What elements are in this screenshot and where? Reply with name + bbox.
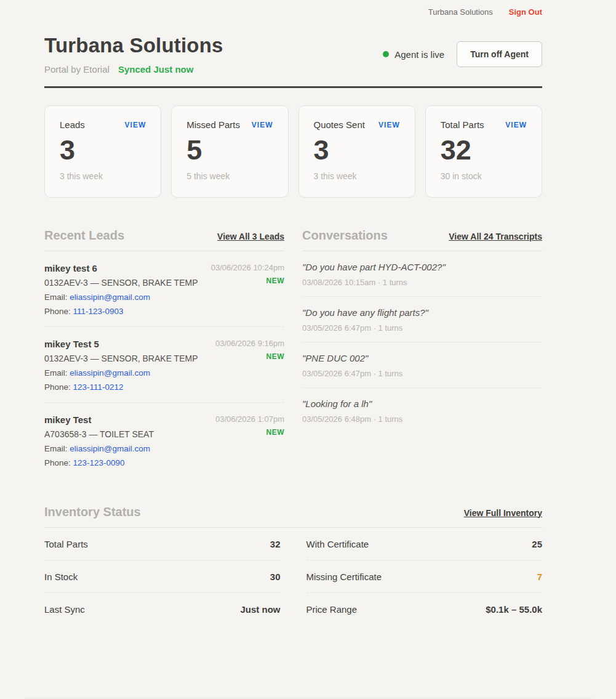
stat-cards: Leads VIEW 3 3 this week Missed Parts VI…: [44, 105, 542, 198]
inventory-section: Inventory Status View Full Inventory Tot…: [44, 505, 542, 625]
agent-status-label: Agent is live: [394, 49, 444, 60]
inventory-value-warning: 7: [537, 572, 542, 582]
top-bar: Turbana Solutions Sign Out: [44, 0, 542, 17]
inventory-value: Just now: [240, 604, 280, 615]
inventory-left-column: Total Parts 32 In Stock 30 Last Sync Jus…: [44, 528, 281, 625]
phone-label: Phone:: [44, 458, 73, 467]
inventory-value: $0.1k – 55.0k: [486, 604, 542, 615]
view-total-parts-link[interactable]: VIEW: [505, 121, 527, 129]
turn-off-agent-button[interactable]: Turn off Agent: [457, 41, 542, 67]
lead-item: mikey Test 5 0132AEV-3 — SENSOR, BRAKE T…: [44, 327, 284, 403]
stat-card-label: Leads: [60, 119, 85, 130]
lead-email-link[interactable]: eliassipin@gmail.com: [70, 293, 150, 302]
conversation-quote: "Do you have any flight parts?": [302, 307, 542, 318]
view-leads-link[interactable]: VIEW: [125, 121, 146, 129]
inventory-label: In Stock: [44, 572, 78, 582]
recent-leads-title: Recent Leads: [44, 228, 124, 243]
stat-card-value: 3: [60, 135, 146, 166]
conversation-item: "PNE DUC 002" 03/05/2026 6:47pm · 1 turn…: [302, 342, 542, 388]
new-badge: NEW: [215, 352, 284, 361]
conversation-quote: "PNE DUC 002": [302, 353, 542, 363]
stat-card-sub: 3 this week: [60, 171, 146, 181]
stat-card-label: Missed Parts: [186, 119, 240, 130]
lead-phone-row: Phone: 111-123-0903: [44, 307, 198, 316]
lead-email-row: Email: eliassipin@gmail.com: [44, 293, 198, 302]
inventory-row: In Stock 30: [44, 560, 281, 593]
conversation-meta: 03/05/2026 6:47pm · 1 turns: [302, 323, 542, 333]
stat-card-label: Total Parts: [441, 119, 484, 130]
lead-info: mikey Test 5 0132AEV-3 — SENSOR, BRAKE T…: [44, 339, 198, 392]
lead-email-row: Email: eliassipin@gmail.com: [44, 368, 198, 378]
view-missed-parts-link[interactable]: VIEW: [252, 121, 273, 129]
lead-phone-link[interactable]: 111-123-0903: [73, 307, 124, 316]
inventory-row: With Certificate 25: [306, 528, 543, 560]
stat-card-leads: Leads VIEW 3 3 this week: [44, 105, 161, 198]
stat-card-value: 32: [441, 135, 527, 166]
inventory-title: Inventory Status: [44, 505, 141, 519]
conversation-meta: 03/08/2026 10:15am · 1 turns: [302, 278, 542, 287]
view-quotes-link[interactable]: VIEW: [378, 121, 400, 129]
view-all-transcripts-link[interactable]: View All 24 Transcripts: [449, 232, 542, 241]
email-label: Email:: [44, 444, 70, 453]
lead-info: mikey Test A703658-3 — TOILET SEAT Email…: [44, 414, 154, 467]
lead-name: mikey Test: [44, 414, 154, 425]
view-all-leads-link[interactable]: View All 3 Leads: [217, 232, 284, 241]
sign-out-link[interactable]: Sign Out: [509, 7, 542, 17]
stat-card-sub: 5 this week: [186, 171, 273, 181]
recent-leads-section: Recent Leads View All 3 Leads mikey test…: [44, 228, 284, 478]
inventory-value: 25: [532, 539, 542, 549]
page-header: Turbana Solutions Portal by Etorial Sync…: [44, 34, 542, 75]
page-title: Turbana Solutions: [44, 34, 223, 57]
conversation-item: "Do you have any flight parts?" 03/05/20…: [302, 297, 542, 342]
lead-phone-row: Phone: 123-111-0212: [44, 382, 198, 392]
lead-name: mikey Test 5: [44, 339, 198, 349]
header-right: Agent is live Turn off Agent: [383, 41, 542, 67]
lead-part: 0132AEV-3 — SENSOR, BRAKE TEMP: [44, 278, 198, 288]
lead-meta: 03/06/2026 1:07pm NEW: [215, 414, 284, 467]
conversation-quote: "Looking for a lh": [302, 398, 542, 409]
inventory-value: 32: [270, 539, 281, 549]
conversation-quote: "Do you have part HYD-ACT-002?": [302, 262, 542, 272]
status-dot-icon: [383, 51, 389, 57]
lead-email-link[interactable]: eliassipin@gmail.com: [70, 444, 150, 453]
lead-phone-link[interactable]: 123-111-0212: [73, 382, 124, 392]
inventory-row: Price Range $0.1k – 55.0k: [306, 593, 543, 625]
conversations-section: Conversations View All 24 Transcripts "D…: [302, 228, 542, 433]
sync-status: Synced Just now: [118, 64, 194, 75]
lead-meta: 03/06/2026 9:16pm NEW: [215, 339, 284, 392]
lead-name: mikey test 6: [44, 263, 198, 273]
stat-card-total-parts: Total Parts VIEW 32 30 in stock: [425, 105, 542, 198]
lead-meta: 03/06/2026 10:24pm NEW: [211, 263, 284, 316]
inventory-row: Last Sync Just now: [44, 593, 281, 625]
topbar-company-name: Turbana Solutions: [428, 7, 493, 17]
conversation-meta: 03/05/2026 6:47pm · 1 turns: [302, 369, 542, 378]
stat-card-sub: 30 in stock: [441, 171, 527, 181]
header-left: Turbana Solutions Portal by Etorial Sync…: [44, 34, 223, 75]
conversation-item: "Looking for a lh" 03/05/2026 6:48pm · 1…: [302, 388, 542, 433]
lead-item: mikey Test A703658-3 — TOILET SEAT Email…: [44, 403, 284, 478]
lead-phone-link[interactable]: 123-123-0090: [73, 458, 125, 467]
inventory-row: Total Parts 32: [44, 528, 281, 560]
phone-label: Phone:: [44, 307, 73, 316]
lead-part: A703658-3 — TOILET SEAT: [44, 429, 154, 439]
phone-label: Phone:: [44, 382, 73, 392]
lead-part: 0132AEV-3 — SENSOR, BRAKE TEMP: [44, 354, 198, 363]
lead-info: mikey test 6 0132AEV-3 — SENSOR, BRAKE T…: [44, 263, 198, 316]
inventory-row: Missing Certificate 7: [306, 560, 543, 593]
inventory-label: Total Parts: [44, 539, 88, 549]
page-container: Turbana Solutions Sign Out Turbana Solut…: [44, 0, 542, 699]
agent-status: Agent is live: [383, 49, 444, 60]
lead-email-link[interactable]: eliassipin@gmail.com: [70, 368, 150, 378]
inventory-right-column: With Certificate 25 Missing Certificate …: [306, 528, 543, 625]
portal-subtitle: Portal by Etorial: [44, 64, 110, 75]
lead-email-row: Email: eliassipin@gmail.com: [44, 444, 154, 453]
inventory-label: Missing Certificate: [306, 572, 382, 582]
lead-date: 03/06/2026 9:16pm: [215, 339, 284, 348]
email-label: Email:: [44, 368, 70, 378]
conversation-item: "Do you have part HYD-ACT-002?" 03/08/20…: [302, 251, 542, 297]
inventory-value: 30: [270, 572, 281, 582]
middle-sections: Recent Leads View All 3 Leads mikey test…: [44, 228, 542, 478]
inventory-label: Price Range: [306, 604, 358, 615]
stat-card-label: Quotes Sent: [314, 119, 365, 130]
view-full-inventory-link[interactable]: View Full Inventory: [464, 508, 542, 518]
